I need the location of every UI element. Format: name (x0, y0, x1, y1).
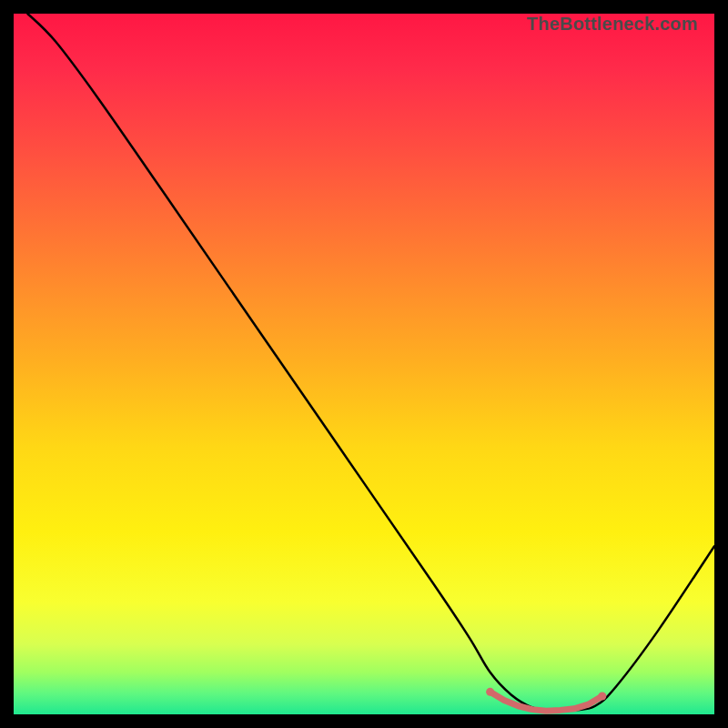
chart-frame: TheBottleneck.com (14, 14, 714, 714)
gradient-background (14, 14, 714, 714)
optimal-zone-end-dot (598, 692, 606, 700)
optimal-zone-start-dot (486, 688, 494, 696)
bottleneck-chart (14, 14, 714, 714)
watermark-text: TheBottleneck.com (527, 14, 698, 35)
